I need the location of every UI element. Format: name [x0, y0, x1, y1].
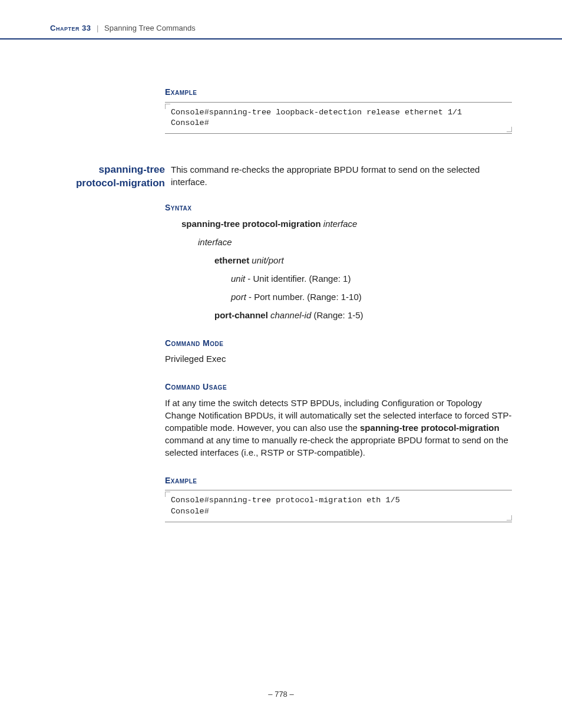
command-usage-block: Command Usage If at any time the switch …	[165, 381, 512, 459]
syntax-port-line: port - Port number. (Range: 1-10)	[231, 291, 512, 303]
header-text: Chapter 33 | Spanning Tree Commands	[50, 24, 512, 38]
syntax-ethernet-line: ethernet unit/port	[214, 254, 512, 266]
syntax-unit-desc: - Unit identifier. (Range: 1)	[245, 274, 351, 284]
syntax-heading: Syntax	[165, 202, 512, 214]
syntax-unit-label: unit	[231, 274, 245, 284]
command-usage-text: If at any time the switch detects STP BP…	[165, 397, 512, 459]
syntax-block: Syntax spanning-tree protocol-migration …	[165, 202, 512, 321]
command-name-line2: protocol-migration	[76, 177, 165, 189]
content-area: Example Console#spanning-tree loopback-d…	[0, 39, 562, 522]
page-footer: – 778 –	[0, 690, 562, 699]
example-block-2: Example Console#spanning-tree protocol-m…	[165, 475, 512, 522]
syntax-content: spanning-tree protocol-migration interfa…	[181, 218, 512, 321]
syntax-cmd-bold: spanning-tree protocol-migration	[181, 219, 321, 229]
usage-bold: spanning-tree protocol-migration	[360, 423, 500, 433]
chapter-number: Chapter 33	[50, 24, 91, 32]
syntax-portchannel-line: port-channel channel-id (Range: 1-5)	[214, 309, 512, 321]
syntax-cmd-arg: interface	[323, 219, 358, 229]
command-mode-block: Command Mode Privileged Exec	[165, 338, 512, 365]
code-block-2: Console#spanning-tree protocol-migration…	[165, 490, 512, 522]
syntax-portchannel-desc: (Range: 1-5)	[311, 310, 363, 320]
syntax-interface-label: interface	[198, 236, 512, 248]
syntax-port-label: port	[231, 292, 246, 302]
syntax-unit-line: unit - Unit identifier. (Range: 1)	[231, 272, 512, 285]
example-heading-1: Example	[165, 87, 512, 98]
command-name-line1: spanning-tree	[99, 164, 165, 175]
command-mode-text: Privileged Exec	[165, 353, 512, 365]
page-container: Chapter 33 | Spanning Tree Commands Exam…	[0, 0, 562, 728]
example-block-1: Example Console#spanning-tree loopback-d…	[165, 87, 512, 134]
page-header: Chapter 33 | Spanning Tree Commands	[0, 24, 562, 39]
syntax-portchannel-bold: port-channel	[214, 310, 268, 320]
command-description: This command re-checks the appropriate B…	[171, 163, 512, 188]
syntax-command-line: spanning-tree protocol-migration interfa…	[181, 218, 512, 230]
usage-post: command at any time to manually re-check…	[165, 435, 508, 457]
command-mode-heading: Command Mode	[165, 338, 512, 350]
command-header-row: spanning-tree protocol-migration This co…	[50, 163, 512, 190]
syntax-portchannel-arg: channel-id	[270, 310, 311, 320]
chapter-title: Spanning Tree Commands	[104, 24, 196, 32]
code-block-1: Console#spanning-tree loopback-detection…	[165, 102, 512, 134]
syntax-ethernet-bold: ethernet	[214, 255, 249, 265]
command-usage-heading: Command Usage	[165, 381, 512, 393]
syntax-port-desc: - Port number. (Range: 1-10)	[246, 292, 362, 302]
page-number: – 778 –	[268, 690, 293, 699]
chapter-separator: |	[97, 24, 98, 32]
command-name: spanning-tree protocol-migration	[50, 163, 171, 190]
example-heading-2: Example	[165, 475, 512, 487]
syntax-ethernet-args: unit/port	[252, 255, 283, 265]
